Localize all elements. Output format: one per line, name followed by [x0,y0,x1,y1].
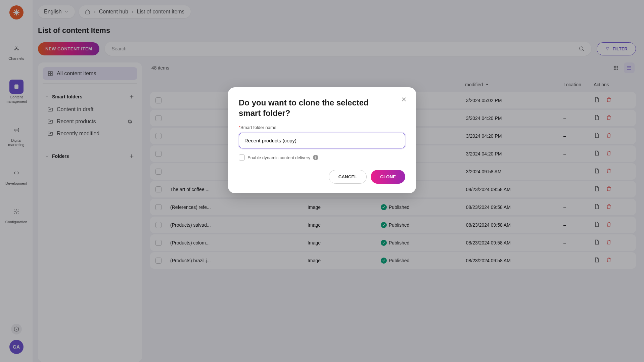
enable-dynamic-delivery-checkbox[interactable] [239,154,245,161]
clone-button[interactable]: CLONE [371,170,405,184]
checkbox-label: Enable dynamic content delivery [247,155,310,160]
modal-close-button[interactable] [401,96,407,104]
modal-field-label: *Smart folder name [239,125,405,130]
close-icon [401,96,407,103]
clone-smart-folder-modal: Do you want to clone the selected smart … [228,87,416,193]
cancel-button[interactable]: CANCEL [329,170,367,184]
modal-title: Do you want to clone the selected smart … [239,97,405,118]
info-icon[interactable]: i [313,155,318,160]
smart-folder-name-input[interactable] [239,133,405,148]
modal-overlay: Do you want to clone the selected smart … [0,0,644,362]
